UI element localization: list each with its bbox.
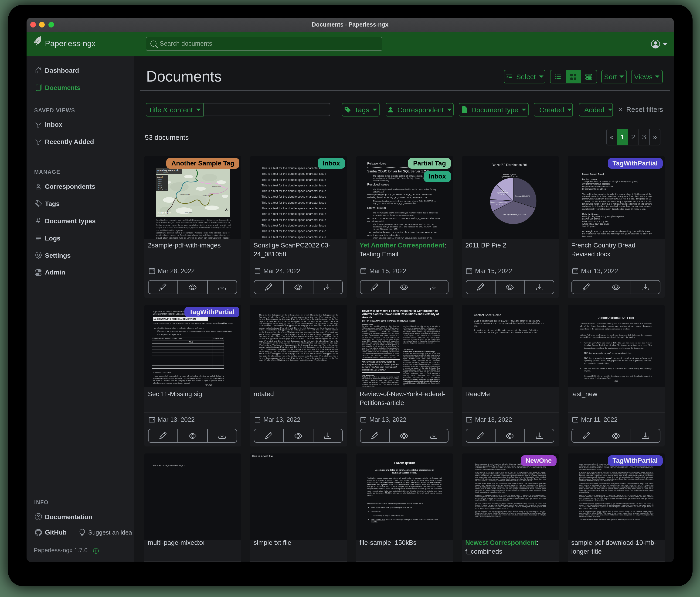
svg-text:Completion Date: Completion Date xyxy=(152,338,164,340)
svg-text:Hypertension,: Hypertension, xyxy=(497,192,508,194)
svg-text:Day 2: Day 2 xyxy=(158,181,162,182)
svg-text:Isolated Systolic: Isolated Systolic xyxy=(502,174,516,176)
svg-text:Day 1: Day 1 xyxy=(158,179,162,180)
svg-text:Day 4: Day 4 xyxy=(158,185,162,186)
svg-text:Stage 1 Hypertension,: Stage 1 Hypertension, xyxy=(490,201,508,203)
svg-text:New Found Lake: New Found Lake xyxy=(180,194,190,195)
svg-text:Day 5: Day 5 xyxy=(158,187,162,189)
svg-text:Normal, 151, 30%: Normal, 151, 30% xyxy=(515,195,530,197)
svg-text:Contact Hours: Contact Hours xyxy=(214,338,223,339)
svg-text:Half Mile Island: Half Mile Island xyxy=(203,195,211,196)
svg-text:Day 3: Day 3 xyxy=(158,183,162,184)
svg-text:Provider #: Provider # xyxy=(165,338,172,339)
svg-text:Course Name: Course Name xyxy=(173,338,182,339)
svg-text:Google Earth: Google Earth xyxy=(157,211,171,214)
svg-text:N\A: N\A xyxy=(189,340,193,343)
svg-text:Hansons Island: Hansons Island xyxy=(212,186,221,187)
svg-text:Stage 2: Stage 2 xyxy=(499,189,505,192)
svg-text:for daytrek BWCA: for daytrek BWCA xyxy=(157,172,169,174)
svg-text:44, 9%: 44, 9% xyxy=(500,194,505,196)
svg-text:Entry Point 34: Entry Point 34 xyxy=(158,189,167,191)
svg-text:Charles Island: Charles Island xyxy=(184,212,192,213)
svg-text:Legend: Legend xyxy=(157,176,162,178)
svg-text:Hypertension, 31, 6%: Hypertension, 31, 6% xyxy=(500,176,518,178)
svg-text:Boundary Waters Trip: Boundary Waters Trip xyxy=(157,169,179,171)
svg-text:65, 13%: 65, 13% xyxy=(496,203,502,205)
svg-text:Pre-hypertension, 212, 42%: Pre-hypertension, 212, 42% xyxy=(503,214,526,216)
svg-text:© 2021 Google: © 2021 Google xyxy=(157,215,165,216)
